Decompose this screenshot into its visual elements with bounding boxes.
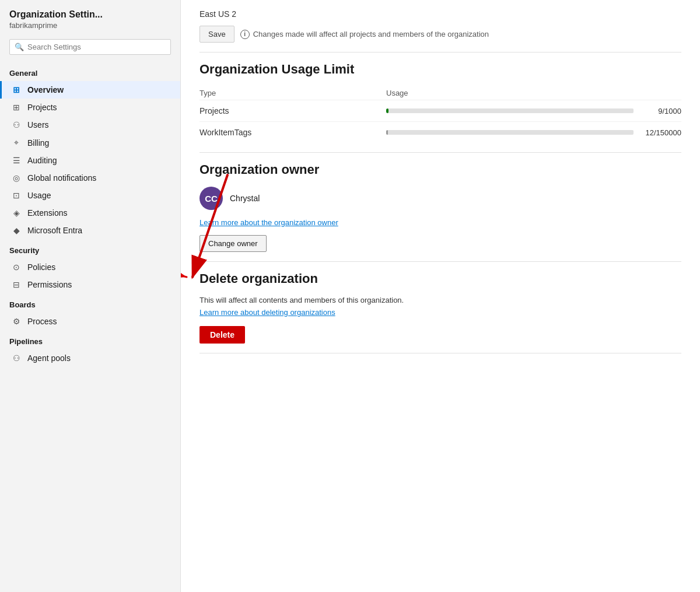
nav-section-security: Security [0, 239, 180, 258]
main-content: East US 2 Save i Changes made will affec… [181, 0, 700, 592]
sidebar-item-global-notifications-label: Global notifications [27, 173, 96, 183]
save-button[interactable]: Save [200, 26, 235, 43]
sidebar-item-usage-label: Usage [27, 191, 51, 200]
search-box[interactable]: 🔍 [9, 39, 171, 55]
save-info-text: Changes made will affect all projects an… [253, 30, 489, 38]
sidebar-item-overview-label: Overview [27, 85, 64, 94]
divider-usage [200, 152, 681, 153]
usage-count-workitemtags: 12/150000 [640, 128, 681, 137]
divider-bottom [200, 353, 681, 353]
agent-pools-icon: ⚇ [11, 353, 22, 363]
users-icon: ⚇ [11, 120, 22, 129]
sidebar-item-agent-pools-label: Agent pools [27, 353, 71, 363]
usage-row-projects: Projects 9/1000 [200, 100, 681, 121]
usage-bar-fill-projects [386, 108, 388, 113]
nav-section-pipelines: Pipelines [0, 330, 180, 349]
app-title: Organization Settin... [9, 9, 171, 20]
save-row: Save i Changes made will affect all proj… [200, 26, 681, 43]
auditing-icon: ☰ [11, 156, 22, 165]
divider-owner [200, 261, 681, 262]
policies-icon: ⊙ [11, 262, 22, 272]
sidebar-nav: General ⊞ Overview ⊞ Projects ⚇ Users ⌖ … [0, 62, 180, 592]
extensions-icon: ◈ [11, 208, 22, 218]
sidebar: Organization Settin... fabrikamprime 🔍 G… [0, 0, 181, 592]
top-area: East US 2 Save i Changes made will affec… [200, 0, 681, 43]
owner-title: Organization owner [200, 162, 681, 177]
sidebar-item-extensions[interactable]: ◈ Extensions [0, 204, 180, 222]
usage-bar-workitemtags: 12/150000 [386, 128, 681, 137]
usage-bar-projects: 9/1000 [386, 107, 681, 115]
owner-section: Organization owner CC Chrystal Learn mor… [200, 162, 681, 252]
learn-more-owner-link[interactable]: Learn more about the organization owner [200, 218, 681, 227]
billing-icon: ⌖ [11, 138, 22, 148]
usage-bar-bg-projects [386, 108, 634, 113]
sidebar-item-microsoft-entra-label: Microsoft Entra [27, 226, 82, 235]
usage-label-workitemtags: WorkItemTags [200, 128, 386, 137]
usage-row-workitemtags: WorkItemTags 12/150000 [200, 121, 681, 143]
change-owner-button[interactable]: Change owner [200, 235, 267, 252]
owner-row: CC Chrystal [200, 187, 681, 210]
permissions-icon: ⊟ [11, 280, 22, 289]
org-name: fabrikamprime [9, 21, 171, 30]
process-icon: ⚙ [11, 317, 22, 326]
main-inner: East US 2 Save i Changes made will affec… [181, 0, 700, 386]
usage-count-projects: 9/1000 [640, 107, 681, 115]
sidebar-item-extensions-label: Extensions [27, 208, 67, 218]
sidebar-item-users-label: Users [27, 120, 49, 129]
global-notifications-icon: ◎ [11, 173, 22, 183]
microsoft-entra-icon: ◆ [11, 226, 22, 235]
sidebar-item-auditing[interactable]: ☰ Auditing [0, 152, 180, 169]
sidebar-item-global-notifications[interactable]: ◎ Global notifications [0, 169, 180, 187]
sidebar-item-usage[interactable]: ⊡ Usage [0, 187, 180, 204]
usage-limit-title: Organization Usage Limit [200, 62, 681, 77]
sidebar-item-policies-label: Policies [27, 262, 55, 272]
sidebar-item-auditing-label: Auditing [27, 156, 57, 165]
delete-button[interactable]: Delete [200, 326, 245, 344]
sidebar-item-overview[interactable]: ⊞ Overview [0, 81, 180, 99]
sidebar-item-users[interactable]: ⚇ Users [0, 116, 180, 134]
sidebar-item-policies[interactable]: ⊙ Policies [0, 258, 180, 276]
region-text: East US 2 [200, 9, 681, 19]
sidebar-item-projects[interactable]: ⊞ Projects [0, 99, 180, 116]
nav-section-boards: Boards [0, 293, 180, 313]
projects-icon: ⊞ [11, 103, 22, 112]
owner-name: Chrystal [230, 194, 260, 203]
sidebar-item-agent-pools[interactable]: ⚇ Agent pools [0, 349, 180, 367]
info-icon: i [240, 30, 250, 39]
sidebar-item-process[interactable]: ⚙ Process [0, 313, 180, 330]
delete-description: This will affect all contents and member… [200, 296, 681, 304]
sidebar-item-process-label: Process [27, 317, 57, 326]
usage-col-type: Type [200, 89, 386, 97]
usage-bar-fill-workitemtags [386, 130, 388, 135]
sidebar-header: Organization Settin... fabrikamprime [0, 0, 180, 34]
search-input[interactable] [27, 43, 166, 51]
usage-header-row: Type Usage [200, 86, 681, 100]
sidebar-item-projects-label: Projects [27, 103, 57, 112]
avatar: CC [200, 187, 223, 210]
usage-label-projects: Projects [200, 106, 386, 115]
usage-col-usage: Usage [386, 89, 681, 97]
sidebar-item-permissions-label: Permissions [27, 280, 72, 289]
learn-more-delete-link[interactable]: Learn more about deleting organizations [200, 308, 681, 317]
delete-section: Delete organization This will affect all… [200, 271, 681, 344]
sidebar-item-permissions[interactable]: ⊟ Permissions [0, 276, 180, 293]
usage-limit-section: Organization Usage Limit Type Usage Proj… [200, 62, 681, 143]
sidebar-item-billing[interactable]: ⌖ Billing [0, 134, 180, 152]
usage-icon: ⊡ [11, 191, 22, 200]
usage-bar-bg-workitemtags [386, 130, 634, 135]
delete-title: Delete organization [200, 271, 681, 286]
sidebar-item-billing-label: Billing [27, 138, 49, 148]
save-info: i Changes made will affect all projects … [240, 30, 489, 39]
overview-icon: ⊞ [11, 85, 22, 94]
divider-top [200, 52, 681, 52]
usage-table: Type Usage Projects 9/1000 WorkItemTags [200, 86, 681, 143]
nav-section-general: General [0, 62, 180, 81]
sidebar-wrapper: Organization Settin... fabrikamprime 🔍 G… [0, 0, 181, 592]
search-icon: 🔍 [15, 43, 24, 51]
sidebar-item-microsoft-entra[interactable]: ◆ Microsoft Entra [0, 222, 180, 239]
